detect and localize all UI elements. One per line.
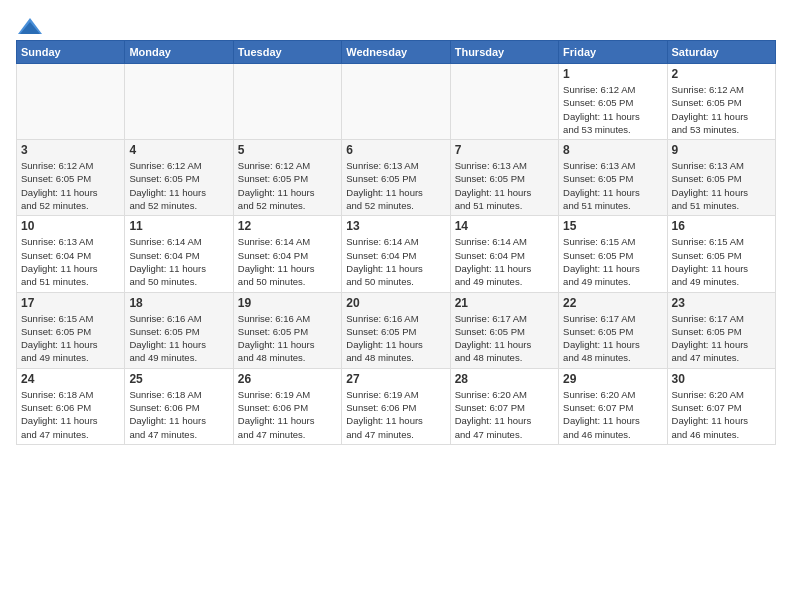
calendar: SundayMondayTuesdayWednesdayThursdayFrid… bbox=[16, 40, 776, 445]
day-info: Sunrise: 6:15 AM Sunset: 6:05 PM Dayligh… bbox=[21, 312, 120, 365]
weekday-header-saturday: Saturday bbox=[667, 41, 775, 64]
calendar-day-cell: 22Sunrise: 6:17 AM Sunset: 6:05 PM Dayli… bbox=[559, 292, 667, 368]
day-info: Sunrise: 6:20 AM Sunset: 6:07 PM Dayligh… bbox=[563, 388, 662, 441]
day-number: 26 bbox=[238, 372, 337, 386]
calendar-day-cell bbox=[125, 64, 233, 140]
day-number: 8 bbox=[563, 143, 662, 157]
day-number: 28 bbox=[455, 372, 554, 386]
day-number: 21 bbox=[455, 296, 554, 310]
day-info: Sunrise: 6:18 AM Sunset: 6:06 PM Dayligh… bbox=[21, 388, 120, 441]
day-info: Sunrise: 6:19 AM Sunset: 6:06 PM Dayligh… bbox=[238, 388, 337, 441]
day-number: 17 bbox=[21, 296, 120, 310]
calendar-day-cell: 19Sunrise: 6:16 AM Sunset: 6:05 PM Dayli… bbox=[233, 292, 341, 368]
day-info: Sunrise: 6:15 AM Sunset: 6:05 PM Dayligh… bbox=[563, 235, 662, 288]
day-number: 19 bbox=[238, 296, 337, 310]
day-number: 9 bbox=[672, 143, 771, 157]
day-info: Sunrise: 6:13 AM Sunset: 6:05 PM Dayligh… bbox=[455, 159, 554, 212]
day-info: Sunrise: 6:16 AM Sunset: 6:05 PM Dayligh… bbox=[129, 312, 228, 365]
day-info: Sunrise: 6:13 AM Sunset: 6:04 PM Dayligh… bbox=[21, 235, 120, 288]
calendar-day-cell bbox=[450, 64, 558, 140]
day-number: 20 bbox=[346, 296, 445, 310]
day-info: Sunrise: 6:15 AM Sunset: 6:05 PM Dayligh… bbox=[672, 235, 771, 288]
day-info: Sunrise: 6:20 AM Sunset: 6:07 PM Dayligh… bbox=[672, 388, 771, 441]
calendar-day-cell: 18Sunrise: 6:16 AM Sunset: 6:05 PM Dayli… bbox=[125, 292, 233, 368]
day-info: Sunrise: 6:14 AM Sunset: 6:04 PM Dayligh… bbox=[129, 235, 228, 288]
weekday-header-wednesday: Wednesday bbox=[342, 41, 450, 64]
day-info: Sunrise: 6:12 AM Sunset: 6:05 PM Dayligh… bbox=[129, 159, 228, 212]
day-info: Sunrise: 6:12 AM Sunset: 6:05 PM Dayligh… bbox=[21, 159, 120, 212]
calendar-week-row: 3Sunrise: 6:12 AM Sunset: 6:05 PM Daylig… bbox=[17, 140, 776, 216]
calendar-day-cell: 12Sunrise: 6:14 AM Sunset: 6:04 PM Dayli… bbox=[233, 216, 341, 292]
calendar-day-cell: 11Sunrise: 6:14 AM Sunset: 6:04 PM Dayli… bbox=[125, 216, 233, 292]
calendar-day-cell: 2Sunrise: 6:12 AM Sunset: 6:05 PM Daylig… bbox=[667, 64, 775, 140]
calendar-day-cell bbox=[342, 64, 450, 140]
day-number: 30 bbox=[672, 372, 771, 386]
calendar-day-cell bbox=[233, 64, 341, 140]
weekday-header-tuesday: Tuesday bbox=[233, 41, 341, 64]
day-info: Sunrise: 6:12 AM Sunset: 6:05 PM Dayligh… bbox=[672, 83, 771, 136]
day-number: 22 bbox=[563, 296, 662, 310]
day-info: Sunrise: 6:13 AM Sunset: 6:05 PM Dayligh… bbox=[563, 159, 662, 212]
calendar-day-cell: 27Sunrise: 6:19 AM Sunset: 6:06 PM Dayli… bbox=[342, 368, 450, 444]
day-info: Sunrise: 6:16 AM Sunset: 6:05 PM Dayligh… bbox=[238, 312, 337, 365]
day-number: 1 bbox=[563, 67, 662, 81]
calendar-week-row: 10Sunrise: 6:13 AM Sunset: 6:04 PM Dayli… bbox=[17, 216, 776, 292]
day-info: Sunrise: 6:18 AM Sunset: 6:06 PM Dayligh… bbox=[129, 388, 228, 441]
calendar-day-cell: 1Sunrise: 6:12 AM Sunset: 6:05 PM Daylig… bbox=[559, 64, 667, 140]
day-info: Sunrise: 6:12 AM Sunset: 6:05 PM Dayligh… bbox=[238, 159, 337, 212]
day-info: Sunrise: 6:14 AM Sunset: 6:04 PM Dayligh… bbox=[346, 235, 445, 288]
weekday-header-monday: Monday bbox=[125, 41, 233, 64]
calendar-day-cell: 26Sunrise: 6:19 AM Sunset: 6:06 PM Dayli… bbox=[233, 368, 341, 444]
calendar-day-cell: 9Sunrise: 6:13 AM Sunset: 6:05 PM Daylig… bbox=[667, 140, 775, 216]
calendar-day-cell: 6Sunrise: 6:13 AM Sunset: 6:05 PM Daylig… bbox=[342, 140, 450, 216]
day-number: 27 bbox=[346, 372, 445, 386]
day-info: Sunrise: 6:13 AM Sunset: 6:05 PM Dayligh… bbox=[672, 159, 771, 212]
calendar-day-cell: 29Sunrise: 6:20 AM Sunset: 6:07 PM Dayli… bbox=[559, 368, 667, 444]
day-info: Sunrise: 6:19 AM Sunset: 6:06 PM Dayligh… bbox=[346, 388, 445, 441]
calendar-day-cell: 25Sunrise: 6:18 AM Sunset: 6:06 PM Dayli… bbox=[125, 368, 233, 444]
day-info: Sunrise: 6:14 AM Sunset: 6:04 PM Dayligh… bbox=[455, 235, 554, 288]
day-info: Sunrise: 6:17 AM Sunset: 6:05 PM Dayligh… bbox=[563, 312, 662, 365]
calendar-day-cell: 14Sunrise: 6:14 AM Sunset: 6:04 PM Dayli… bbox=[450, 216, 558, 292]
logo bbox=[16, 16, 48, 36]
calendar-day-cell: 16Sunrise: 6:15 AM Sunset: 6:05 PM Dayli… bbox=[667, 216, 775, 292]
day-info: Sunrise: 6:17 AM Sunset: 6:05 PM Dayligh… bbox=[455, 312, 554, 365]
calendar-day-cell: 28Sunrise: 6:20 AM Sunset: 6:07 PM Dayli… bbox=[450, 368, 558, 444]
calendar-day-cell: 3Sunrise: 6:12 AM Sunset: 6:05 PM Daylig… bbox=[17, 140, 125, 216]
day-number: 10 bbox=[21, 219, 120, 233]
calendar-day-cell: 15Sunrise: 6:15 AM Sunset: 6:05 PM Dayli… bbox=[559, 216, 667, 292]
day-info: Sunrise: 6:12 AM Sunset: 6:05 PM Dayligh… bbox=[563, 83, 662, 136]
day-number: 11 bbox=[129, 219, 228, 233]
day-number: 5 bbox=[238, 143, 337, 157]
calendar-day-cell: 24Sunrise: 6:18 AM Sunset: 6:06 PM Dayli… bbox=[17, 368, 125, 444]
logo-icon bbox=[16, 16, 44, 36]
day-number: 18 bbox=[129, 296, 228, 310]
calendar-day-cell: 7Sunrise: 6:13 AM Sunset: 6:05 PM Daylig… bbox=[450, 140, 558, 216]
calendar-day-cell: 17Sunrise: 6:15 AM Sunset: 6:05 PM Dayli… bbox=[17, 292, 125, 368]
day-number: 25 bbox=[129, 372, 228, 386]
day-info: Sunrise: 6:13 AM Sunset: 6:05 PM Dayligh… bbox=[346, 159, 445, 212]
weekday-header-row: SundayMondayTuesdayWednesdayThursdayFrid… bbox=[17, 41, 776, 64]
calendar-week-row: 24Sunrise: 6:18 AM Sunset: 6:06 PM Dayli… bbox=[17, 368, 776, 444]
day-number: 6 bbox=[346, 143, 445, 157]
calendar-day-cell: 13Sunrise: 6:14 AM Sunset: 6:04 PM Dayli… bbox=[342, 216, 450, 292]
calendar-day-cell: 4Sunrise: 6:12 AM Sunset: 6:05 PM Daylig… bbox=[125, 140, 233, 216]
calendar-day-cell: 21Sunrise: 6:17 AM Sunset: 6:05 PM Dayli… bbox=[450, 292, 558, 368]
calendar-day-cell: 20Sunrise: 6:16 AM Sunset: 6:05 PM Dayli… bbox=[342, 292, 450, 368]
day-number: 3 bbox=[21, 143, 120, 157]
calendar-day-cell: 30Sunrise: 6:20 AM Sunset: 6:07 PM Dayli… bbox=[667, 368, 775, 444]
day-number: 29 bbox=[563, 372, 662, 386]
day-number: 24 bbox=[21, 372, 120, 386]
weekday-header-thursday: Thursday bbox=[450, 41, 558, 64]
day-number: 23 bbox=[672, 296, 771, 310]
weekday-header-sunday: Sunday bbox=[17, 41, 125, 64]
day-info: Sunrise: 6:16 AM Sunset: 6:05 PM Dayligh… bbox=[346, 312, 445, 365]
calendar-day-cell: 8Sunrise: 6:13 AM Sunset: 6:05 PM Daylig… bbox=[559, 140, 667, 216]
day-number: 7 bbox=[455, 143, 554, 157]
day-info: Sunrise: 6:20 AM Sunset: 6:07 PM Dayligh… bbox=[455, 388, 554, 441]
day-number: 15 bbox=[563, 219, 662, 233]
day-number: 16 bbox=[672, 219, 771, 233]
calendar-week-row: 1Sunrise: 6:12 AM Sunset: 6:05 PM Daylig… bbox=[17, 64, 776, 140]
day-info: Sunrise: 6:14 AM Sunset: 6:04 PM Dayligh… bbox=[238, 235, 337, 288]
calendar-day-cell: 10Sunrise: 6:13 AM Sunset: 6:04 PM Dayli… bbox=[17, 216, 125, 292]
